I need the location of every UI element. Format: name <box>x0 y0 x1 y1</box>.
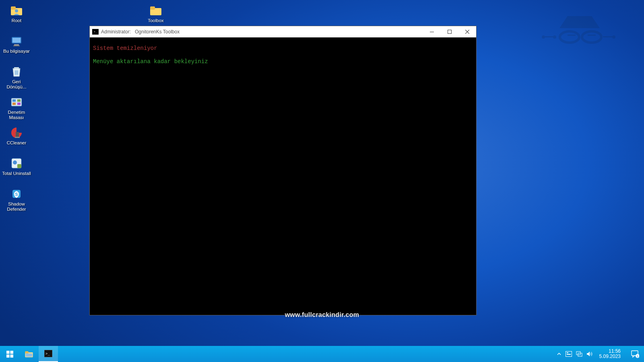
folder-icon <box>149 4 162 17</box>
svg-rect-17 <box>14 67 19 68</box>
svg-rect-32 <box>430 32 434 32</box>
taskbar-date: 5.09.2023 <box>599 354 621 359</box>
watermark-text: www.fullcrackindir.com <box>0 311 644 319</box>
minimize-button[interactable] <box>423 26 441 37</box>
svg-rect-23 <box>16 132 19 137</box>
svg-rect-9 <box>603 36 613 37</box>
cmd-window: Administrator: OgnitorenKs Toolbox Siste… <box>89 26 477 315</box>
tray-input-icon[interactable] <box>566 351 572 357</box>
svg-text:S: S <box>15 192 18 197</box>
svg-rect-39 <box>25 351 28 354</box>
desktop-icon-control-panel[interactable]: Denetim Masası <box>2 93 31 122</box>
svg-rect-24 <box>15 137 20 138</box>
tray-volume-icon[interactable] <box>586 351 593 357</box>
svg-rect-36 <box>6 354 10 358</box>
desktop-icon-label: Root <box>12 18 21 23</box>
svg-rect-15 <box>14 44 19 45</box>
close-button[interactable] <box>458 26 476 37</box>
taskbar-notifications[interactable]: 1 <box>626 346 644 362</box>
taskbar-left: >_ <box>0 346 58 362</box>
svg-rect-45 <box>567 354 571 355</box>
brand-logo-watermark <box>539 12 620 60</box>
svg-rect-6 <box>545 36 553 37</box>
svg-rect-37 <box>10 354 13 358</box>
svg-point-1 <box>560 31 579 43</box>
desktop-icon-label: Total Uninstall <box>2 171 31 176</box>
svg-text:>_: >_ <box>45 352 50 356</box>
svg-point-7 <box>553 35 556 39</box>
start-button[interactable] <box>0 346 19 362</box>
desktop-icon-ccleaner[interactable]: CCleaner <box>2 124 31 153</box>
svg-rect-4 <box>588 35 596 36</box>
desktop-icon-label: CCleaner <box>7 140 27 146</box>
desktop-background: Root Bu bilgisayar Geri D <box>0 0 644 362</box>
svg-point-26 <box>13 160 17 165</box>
svg-rect-20 <box>17 99 21 102</box>
svg-point-2 <box>582 31 601 43</box>
desktop-icon-recycle-bin[interactable]: Geri Dönüşü... <box>2 63 31 92</box>
svg-marker-0 <box>559 16 600 28</box>
desktop-icon-label: Geri Dönüşü... <box>2 79 31 90</box>
svg-rect-27 <box>17 164 21 168</box>
svg-rect-40 <box>26 354 33 357</box>
control-panel-icon <box>10 96 23 109</box>
cmd-titlebar[interactable]: Administrator: OgnitorenKs Toolbox <box>90 26 476 37</box>
taskbar-file-explorer[interactable] <box>19 346 39 362</box>
folder-user-icon <box>10 4 23 17</box>
svg-point-5 <box>542 35 545 39</box>
taskbar: >_ 11:56 5.09.2023 <box>0 346 644 362</box>
computer-icon <box>10 35 23 47</box>
desktop-icon-total-uninstall[interactable]: Total Uninstall <box>2 154 31 183</box>
recycle-bin-icon <box>10 65 23 78</box>
svg-rect-21 <box>12 103 16 105</box>
tray-network-icon[interactable] <box>576 351 582 357</box>
cmd-icon <box>92 29 99 35</box>
svg-text:1: 1 <box>637 354 639 358</box>
svg-rect-16 <box>13 45 20 46</box>
cmd-line-status: Sistem temizleniyor <box>93 43 473 54</box>
desktop-icon-label: Denetim Masası <box>2 110 31 120</box>
svg-rect-34 <box>6 351 10 354</box>
svg-rect-14 <box>12 38 21 43</box>
maximize-button[interactable] <box>441 26 458 37</box>
svg-rect-19 <box>12 99 16 102</box>
cmd-title-prefix: Administrator: <box>101 29 131 35</box>
taskbar-cmd[interactable]: >_ <box>39 346 58 362</box>
total-uninstall-icon <box>10 157 23 170</box>
svg-rect-3 <box>568 35 576 36</box>
svg-rect-22 <box>17 103 21 105</box>
svg-rect-31 <box>150 6 155 10</box>
desktop-icon-label: Shadow Defender <box>2 202 31 212</box>
desktop-icon-label: Bu bilgisayar <box>3 49 30 54</box>
ccleaner-icon <box>10 126 23 139</box>
cmd-output-area: Sistem temizleniyor Menüye aktarılana ka… <box>90 37 476 315</box>
desktop-icon-root[interactable]: Root <box>2 2 31 31</box>
svg-rect-33 <box>448 30 452 34</box>
shadow-defender-icon: S <box>10 187 23 200</box>
svg-rect-35 <box>10 351 13 354</box>
svg-point-8 <box>612 35 615 39</box>
cmd-title-app: OgnitorenKs Toolbox <box>135 29 180 35</box>
tray-chevron-up-icon[interactable] <box>557 352 561 356</box>
svg-point-12 <box>15 9 18 12</box>
desktop-icons-column: Root Bu bilgisayar Geri D <box>2 2 31 214</box>
taskbar-clock[interactable]: 11:56 5.09.2023 <box>597 349 623 359</box>
desktop-icon-shadow-defender[interactable]: S Shadow Defender <box>2 185 31 214</box>
system-tray: 11:56 5.09.2023 <box>553 346 626 362</box>
svg-rect-44 <box>567 352 568 353</box>
desktop-icon-this-pc[interactable]: Bu bilgisayar <box>2 32 31 61</box>
svg-rect-11 <box>11 6 16 10</box>
cmd-line-message: Menüye aktarılana kadar bekleyiniz <box>93 56 473 67</box>
desktop-icon-label: Toolbox <box>148 18 164 23</box>
